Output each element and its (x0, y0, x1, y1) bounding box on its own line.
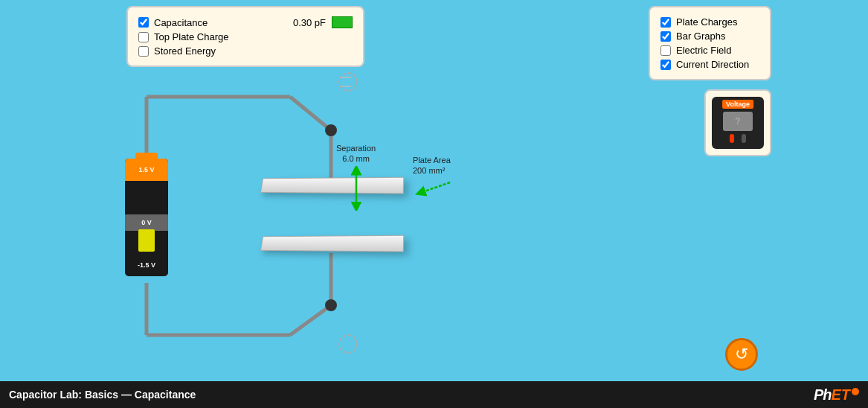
probe-black (742, 134, 746, 143)
bar-graphs-row[interactable]: Bar Graphs (660, 31, 759, 42)
plate-area-arrow (413, 176, 457, 199)
phet-dot (852, 388, 859, 395)
battery-label-top: 1.5 V (138, 166, 154, 173)
plate-area-label-text: Plate Area 200 mm² (413, 155, 457, 176)
plate-bottom[interactable] (260, 235, 404, 252)
svg-point-11 (339, 335, 357, 353)
current-direction-row[interactable]: Current Direction (660, 59, 759, 70)
separation-label: Separation 6.0 mm (336, 143, 376, 165)
bar-graphs-checkbox[interactable] (660, 31, 671, 42)
plate-top[interactable] (260, 177, 404, 194)
top-right-panel: Plate Charges Bar Graphs Electric Field … (649, 6, 771, 80)
svg-line-2 (290, 97, 331, 130)
reset-icon: ↺ (735, 345, 748, 364)
phet-logo: Ph ET (814, 386, 859, 404)
voltmeter-label: Voltage (722, 100, 753, 109)
separation-indicator: Separation 6.0 mm (336, 143, 376, 211)
plate-charges-row[interactable]: Plate Charges (660, 16, 759, 28)
capacitance-color-box (332, 16, 353, 28)
current-direction-checkbox[interactable] (660, 60, 671, 70)
phet-text: Ph (814, 386, 832, 404)
capacitance-checkbox[interactable] (138, 17, 149, 28)
voltmeter-container: Voltage ? (704, 89, 771, 156)
stored-energy-row[interactable]: Stored Energy (138, 45, 353, 57)
svg-point-9 (325, 299, 337, 311)
voltmeter-display: ? (723, 112, 753, 131)
battery[interactable]: 1.5 V 0 V -1.5 V (125, 153, 168, 283)
bar-graphs-label: Bar Graphs (676, 31, 725, 42)
electric-field-row[interactable]: Electric Field (660, 45, 759, 56)
plate-area-indicator: Plate Area 200 mm² (413, 155, 457, 201)
voltmeter-value: ? (735, 116, 740, 127)
svg-line-6 (290, 305, 331, 335)
electric-field-label: Electric Field (676, 45, 731, 56)
plate-charges-label: Plate Charges (676, 16, 737, 28)
top-left-panel: Capacitance 0.30 pF Top Plate Charge Sto… (126, 6, 364, 67)
separation-arrow-svg (349, 166, 364, 211)
top-plate-charge-checkbox[interactable] (138, 32, 149, 42)
battery-label-bot: -1.5 V (138, 261, 155, 269)
reset-button[interactable]: ↺ (725, 338, 758, 371)
svg-point-10 (339, 73, 357, 91)
svg-line-15 (420, 182, 450, 193)
capacitance-label: Capacitance (154, 17, 208, 28)
top-plate-charge-label: Top Plate Charge (154, 31, 228, 42)
capacitance-value: 0.30 pF (293, 17, 326, 28)
svg-point-8 (325, 124, 337, 136)
plate-charges-checkbox[interactable] (660, 17, 671, 28)
stored-energy-checkbox[interactable] (138, 46, 149, 57)
capacitance-row[interactable]: Capacitance 0.30 pF (138, 16, 353, 28)
page-title: Capacitor Lab: Basics — Capacitance (9, 389, 196, 401)
bottom-bar: Capacitor Lab: Basics — Capacitance Ph E… (0, 381, 868, 408)
battery-label-mid: 0 V (141, 219, 152, 226)
voltmeter[interactable]: Voltage ? (712, 97, 764, 149)
phet-et: ET (831, 386, 850, 404)
electric-field-checkbox[interactable] (660, 45, 671, 56)
probe-red (730, 134, 734, 143)
voltmeter-probes (730, 134, 746, 143)
top-plate-charge-row[interactable]: Top Plate Charge (138, 31, 353, 42)
stored-energy-label: Stored Energy (154, 45, 216, 57)
current-direction-label: Current Direction (676, 59, 749, 70)
